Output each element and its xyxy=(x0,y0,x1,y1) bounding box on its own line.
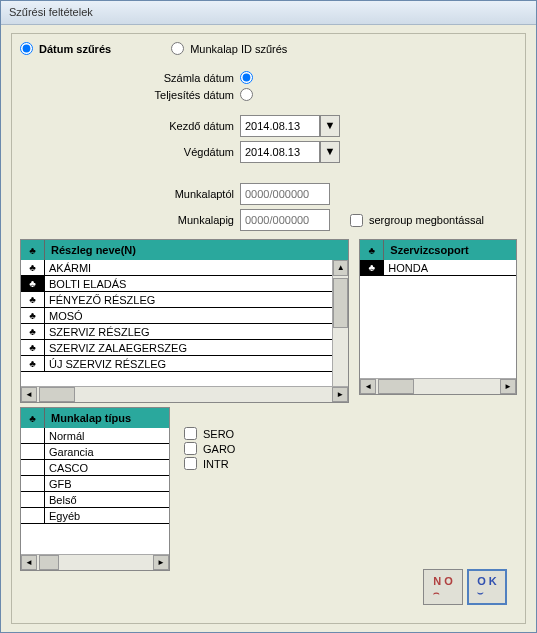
table-row[interactable]: ♣SZERVIZ RÉSZLEG xyxy=(21,324,332,340)
row-text: MOSÓ xyxy=(45,308,332,323)
radio-teljesites-datum[interactable] xyxy=(240,88,253,101)
row-text: CASCO xyxy=(45,460,169,475)
row-text: SZERVIZ ZALAEGERSZEG xyxy=(45,340,332,355)
table-row[interactable]: Belső xyxy=(21,492,169,508)
row-icon-cell: ♣ xyxy=(21,356,45,371)
vegdatum-label: Végdátum xyxy=(20,146,240,158)
reszleg-vscroll[interactable]: ▲ xyxy=(332,260,348,386)
scroll-thumb[interactable] xyxy=(39,555,59,570)
reszleg-body[interactable]: ♣AKÁRMI♣BOLTI ELADÁS♣FÉNYEZŐ RÉSZLEG♣MOS… xyxy=(21,260,332,386)
szerviz-body[interactable]: ♣HONDA xyxy=(360,260,516,378)
club-icon: ♣ xyxy=(369,245,376,256)
type-checkboxes: SERO GARO INTR xyxy=(178,407,235,571)
dialog-window: Szűrési feltételek Dátum szűrés Munkalap… xyxy=(0,0,537,633)
club-icon: ♣ xyxy=(29,278,36,289)
title-bar[interactable]: Szűrési feltételek xyxy=(1,1,536,25)
table-row[interactable]: ♣AKÁRMI xyxy=(21,260,332,276)
intr-checkbox-input[interactable] xyxy=(184,457,197,470)
scroll-right-icon[interactable]: ► xyxy=(500,379,516,394)
row-text: Garancia xyxy=(45,444,169,459)
row-text: HONDA xyxy=(384,260,516,275)
scroll-thumb[interactable] xyxy=(378,379,414,394)
table-row[interactable]: ♣BOLTI ELADÁS xyxy=(21,276,332,292)
garo-checkbox[interactable]: GARO xyxy=(184,442,235,455)
kezdo-datum-input[interactable] xyxy=(240,115,320,137)
teljesites-datum-row: Teljesítés dátum xyxy=(20,88,517,101)
club-icon: ♣ xyxy=(29,358,36,369)
radio-datum-szures[interactable]: Dátum szűrés xyxy=(20,42,111,55)
table-row[interactable]: ♣MOSÓ xyxy=(21,308,332,324)
szamla-datum-label: Számla dátum xyxy=(20,72,240,84)
ok-button[interactable]: O K⌣ xyxy=(467,569,507,605)
kezdo-datum-label: Kezdő dátum xyxy=(20,120,240,132)
kezdo-datum-dropdown[interactable]: ▼ xyxy=(320,115,340,137)
chevron-down-icon: ▼ xyxy=(325,119,336,131)
garo-label: GARO xyxy=(203,443,235,455)
scroll-thumb[interactable] xyxy=(39,387,75,402)
munkalapig-input[interactable] xyxy=(240,209,330,231)
row-icon-cell: ♣ xyxy=(21,324,45,339)
table-row[interactable]: ♣SZERVIZ ZALAEGERSZEG xyxy=(21,340,332,356)
munkalap-body[interactable]: NormálGaranciaCASCOGFBBelsőEgyéb xyxy=(21,428,169,554)
teljesites-datum-label: Teljesítés dátum xyxy=(20,89,240,101)
garo-checkbox-input[interactable] xyxy=(184,442,197,455)
radio-szamla-datum[interactable] xyxy=(240,71,253,84)
scroll-up-icon[interactable]: ▲ xyxy=(333,260,348,276)
vegdatum-input[interactable] xyxy=(240,141,320,163)
table-row[interactable]: Egyéb xyxy=(21,508,169,524)
sero-label: SERO xyxy=(203,428,234,440)
reszleg-hscroll[interactable]: ◄ ► xyxy=(21,386,348,402)
scroll-thumb[interactable] xyxy=(333,278,348,328)
sero-checkbox[interactable]: SERO xyxy=(184,427,235,440)
munkalap-panel: ♣ Munkalap típus NormálGaranciaCASCOGFBB… xyxy=(20,407,170,571)
munkalaptol-input[interactable] xyxy=(240,183,330,205)
sad-face-icon: ⌢ xyxy=(433,587,453,599)
munkalap-hscroll[interactable]: ◄ ► xyxy=(21,554,169,570)
row-icon-cell xyxy=(21,444,45,459)
club-icon: ♣ xyxy=(29,262,36,273)
row-text: Egyéb xyxy=(45,508,169,523)
munkalapig-row: Munkalapig sergroup megbontással xyxy=(20,209,517,231)
sero-checkbox-input[interactable] xyxy=(184,427,197,440)
intr-label: INTR xyxy=(203,458,229,470)
munkalap-header[interactable]: ♣ Munkalap típus xyxy=(21,408,169,428)
row-icon-cell: ♣ xyxy=(21,276,45,291)
table-row[interactable]: Garancia xyxy=(21,444,169,460)
row-icon-cell xyxy=(21,460,45,475)
reszleg-header[interactable]: ♣ Részleg neve(N) xyxy=(21,240,348,260)
table-row[interactable]: Normál xyxy=(21,428,169,444)
club-icon: ♣ xyxy=(29,310,36,321)
no-button[interactable]: N O⌢ xyxy=(423,569,463,605)
row-text: BOLTI ELADÁS xyxy=(45,276,332,291)
window-title: Szűrési feltételek xyxy=(9,6,93,18)
radio-datum-szures-input[interactable] xyxy=(20,42,33,55)
row-text: AKÁRMI xyxy=(45,260,332,275)
row-icon-cell: ♣ xyxy=(21,260,45,275)
table-row[interactable]: ♣ÚJ SZERVIZ RÉSZLEG xyxy=(21,356,332,372)
szerviz-hscroll[interactable]: ◄ ► xyxy=(360,378,516,394)
radio-munkalap-id-szures[interactable]: Munkalap ID szűrés xyxy=(171,42,287,55)
scroll-left-icon[interactable]: ◄ xyxy=(21,387,37,402)
vegdatum-dropdown[interactable]: ▼ xyxy=(320,141,340,163)
row-text: Normál xyxy=(45,428,169,443)
table-row[interactable]: CASCO xyxy=(21,460,169,476)
intr-checkbox[interactable]: INTR xyxy=(184,457,235,470)
scroll-left-icon[interactable]: ◄ xyxy=(360,379,376,394)
table-row[interactable]: ♣FÉNYEZŐ RÉSZLEG xyxy=(21,292,332,308)
table-row[interactable]: ♣HONDA xyxy=(360,260,516,276)
row-icon-cell xyxy=(21,476,45,491)
scroll-right-icon[interactable]: ► xyxy=(332,387,348,402)
reszleg-panel: ♣ Részleg neve(N) ♣AKÁRMI♣BOLTI ELADÁS♣F… xyxy=(20,239,349,403)
munkalap-header-text: Munkalap típus xyxy=(45,412,169,424)
szerviz-header[interactable]: ♣ Szervizcsoport xyxy=(360,240,516,260)
table-row[interactable]: GFB xyxy=(21,476,169,492)
scroll-right-icon[interactable]: ► xyxy=(153,555,169,570)
szerviz-header-icon-cell: ♣ xyxy=(360,240,384,260)
sergroup-checkbox-input[interactable] xyxy=(350,214,363,227)
kezdo-datum-row: Kezdő dátum ▼ xyxy=(20,115,517,137)
sergroup-checkbox[interactable]: sergroup megbontással xyxy=(350,214,484,227)
chevron-down-icon: ▼ xyxy=(325,145,336,157)
radio-munkalap-id-input[interactable] xyxy=(171,42,184,55)
szamla-datum-row: Számla dátum xyxy=(20,71,517,84)
scroll-left-icon[interactable]: ◄ xyxy=(21,555,37,570)
